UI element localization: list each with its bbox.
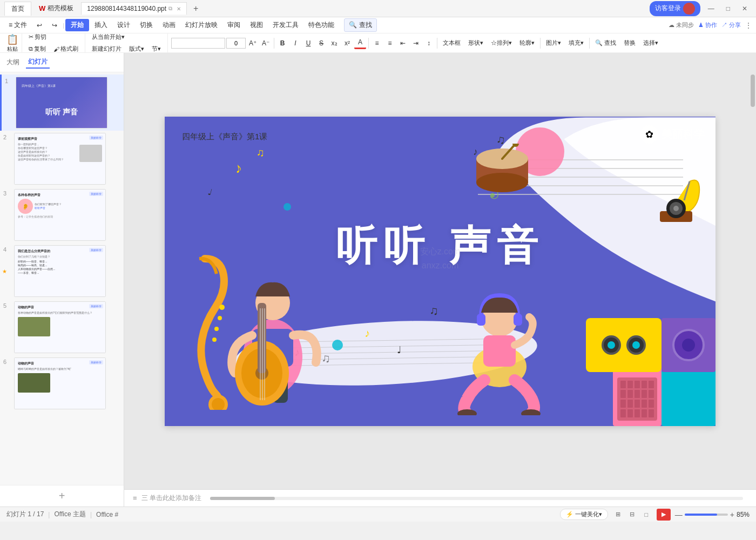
slide-thumb-5: 美丽科学 动物的声音 各种动物的声音是如何发出的?它们能听到的声音范围是什么？ xyxy=(14,301,106,353)
menu-slideshow[interactable]: 幻灯片放映 xyxy=(181,19,222,31)
select-button[interactable]: 选择▾ xyxy=(640,37,662,49)
font-size-input[interactable] xyxy=(226,38,246,49)
from-current-button[interactable]: 从当前开始▾ xyxy=(89,33,164,43)
course-label[interactable]: 四年级上《声音》第1课 xyxy=(182,132,267,142)
decrease-font-button[interactable]: A⁻ xyxy=(260,37,272,49)
menu-view[interactable]: 视图 xyxy=(246,19,267,31)
picture-button[interactable]: 图片▾ xyxy=(543,37,564,49)
paste-button[interactable]: 粘贴 xyxy=(7,45,18,53)
slide-sorter-button[interactable]: ⊟ xyxy=(626,509,638,521)
tab-file[interactable]: 1298808144348119040.ppt ⧉ ✕ xyxy=(81,2,187,15)
new-slide-button[interactable]: 新建幻灯片 xyxy=(89,43,125,53)
slide-thumb-4: 美丽科学 我们是怎么分类声音的 你们分到了几组？分别是？ 好听的——悦音、噪音.… xyxy=(14,245,106,297)
slide-thumb-3: 美丽科学 各种各样的声音 👂 你们听到了哪些声音？ 听听声音 参考：让学生描述他… xyxy=(14,189,106,241)
find-button[interactable]: 🔍 查找 xyxy=(592,37,619,49)
tab-slides[interactable]: 幻灯片 xyxy=(26,56,50,69)
zoom-area: — + 85% xyxy=(675,510,750,519)
font-name-input[interactable] xyxy=(171,38,225,49)
reading-view-button[interactable]: □ xyxy=(640,509,652,521)
music-note-7: ♪ xyxy=(364,327,370,340)
underline-button[interactable]: U xyxy=(302,37,314,49)
zoom-minus-button[interactable]: — xyxy=(675,510,683,519)
menu-special[interactable]: 特色功能 xyxy=(304,19,339,31)
copy-button[interactable]: ⧉ 复制 xyxy=(25,43,49,53)
minimize-button[interactable]: — xyxy=(704,3,719,15)
svg-rect-38 xyxy=(514,314,522,326)
list-unordered-button[interactable]: ≡ xyxy=(371,37,383,49)
slide-item-2[interactable]: 2 美丽科学 课前观察声音 你一想到的声音， 你在哪里听到这些声音？ 这些声音是… xyxy=(0,131,124,187)
slide-item-5[interactable]: 5 美丽科学 动物的声音 各种动物的声音是如何发出的?它们能听到的声音范围是什么… xyxy=(0,299,124,355)
menu-review[interactable]: 审阅 xyxy=(223,19,245,31)
line-spacing-button[interactable]: ↕ xyxy=(423,37,435,49)
tab-home[interactable]: 首页 xyxy=(4,2,31,16)
indent-right-button[interactable]: ⇥ xyxy=(410,37,422,49)
close-button[interactable]: ✕ xyxy=(738,3,752,15)
menu-undo[interactable]: ↩ xyxy=(32,20,46,31)
italic-button[interactable]: I xyxy=(289,37,301,49)
slide-num-1: 1 xyxy=(5,77,12,129)
tab-close-icon[interactable]: ✕ xyxy=(177,6,181,12)
bold-button[interactable]: B xyxy=(276,37,288,49)
tab-restore-icon[interactable]: ⧉ xyxy=(168,5,172,12)
share-button[interactable]: ↗ 分享 xyxy=(721,21,741,29)
tab-outline[interactable]: 大纲 xyxy=(4,57,22,68)
slide-canvas[interactable]: 𝄞 四年级上《声音》第1课 ✿ 美丽科学 xyxy=(165,117,716,426)
menu-developer[interactable]: 开发工具 xyxy=(268,19,303,31)
outline-button[interactable]: 轮廓▾ xyxy=(516,37,538,49)
add-tab-button[interactable]: + xyxy=(189,2,202,16)
sync-button[interactable]: ☁ 未同步 xyxy=(669,21,694,29)
slide-item-3[interactable]: 3 美丽科学 各种各样的声音 👂 你们听到了哪些声音？ 听听声音 参考：让学生描… xyxy=(0,187,124,243)
main-title[interactable]: 听听 声音 xyxy=(336,219,544,274)
add-slide-button[interactable]: + xyxy=(0,485,124,507)
format-painter-button[interactable]: 🖌 格式刷 xyxy=(50,43,82,53)
superscript-button[interactable]: x² xyxy=(341,37,353,49)
menu-design[interactable]: 设计 xyxy=(113,19,134,31)
indent-left-button[interactable]: ⇤ xyxy=(397,37,409,49)
more-button[interactable]: ⋮ xyxy=(745,22,752,29)
slide5-image xyxy=(18,317,50,336)
subscript-button[interactable]: x₂ xyxy=(328,37,340,49)
menu-redo[interactable]: ↪ xyxy=(48,20,62,31)
vertical-scrollbar[interactable] xyxy=(750,53,756,489)
main-area: 大纲 幻灯片 1 美丽科学 听听 声音 四年级上《声音》第1课 2 xyxy=(0,53,756,507)
tab-template[interactable]: W 稻壳模板 xyxy=(33,2,79,15)
section-button[interactable]: 节▾ xyxy=(148,43,164,53)
menu-insert[interactable]: 插入 xyxy=(90,19,112,31)
zoom-plus-button[interactable]: + xyxy=(730,510,734,519)
cut-button[interactable]: ✂ 剪切 xyxy=(25,33,82,43)
slide-item-6[interactable]: 6 美丽科学 动物的声音 蟋蟀与蚌蝉的声音是如何发出的？被称为"鸣" xyxy=(0,355,124,411)
slide-item-4[interactable]: 4 ★ 美丽科学 我们是怎么分类声音的 你们分到了几组？分别是？ 好听的——悦音… xyxy=(0,243,124,299)
list-ordered-button[interactable]: ≡ xyxy=(384,37,396,49)
text-box-button[interactable]: 文本框 xyxy=(440,37,464,49)
slide5-badge: 美丽科学 xyxy=(89,304,103,308)
fill-button[interactable]: 填充▾ xyxy=(565,37,587,49)
normal-view-button[interactable]: ⊞ xyxy=(612,509,624,521)
menu-file[interactable]: ≡ 文件 xyxy=(4,19,31,31)
menu-transition[interactable]: 切换 xyxy=(136,19,157,31)
status-left: 幻灯片 1 / 17 | Office 主题 | Office # xyxy=(6,510,118,519)
paste-group: 📋 粘贴 xyxy=(3,33,22,53)
shape-button[interactable]: 形状▾ xyxy=(465,37,487,49)
menu-search[interactable]: 🔍 查找 xyxy=(344,18,376,32)
notes-placeholder[interactable]: 三 单击此处添加备注 xyxy=(141,494,201,503)
visitor-login-button[interactable]: 访客登录 xyxy=(650,1,700,16)
beauty-button[interactable]: ⚡ 一键美化▾ xyxy=(560,509,608,520)
restore-button[interactable]: □ xyxy=(722,3,734,15)
slide-canvas-area[interactable]: 𝄞 四年级上《声音》第1课 ✿ 美丽科学 xyxy=(124,53,756,489)
replace-button[interactable]: 替换 xyxy=(620,37,639,49)
menu-start[interactable]: 开始 xyxy=(65,19,89,31)
slide3-content: 你们听到了哪些声音？ 听听声音 xyxy=(35,202,62,210)
play-button[interactable]: ▶ xyxy=(657,509,671,521)
slide-item-1[interactable]: 1 美丽科学 听听 声音 四年级上《声音》第1课 xyxy=(0,75,124,131)
increase-font-button[interactable]: A⁺ xyxy=(247,37,259,49)
drum-illustration xyxy=(473,144,532,192)
zoom-slider[interactable] xyxy=(685,514,728,516)
svg-rect-39 xyxy=(483,335,516,367)
strikethrough-button[interactable]: S xyxy=(315,37,327,49)
slide4-title: 我们是怎么分类声音的 xyxy=(18,249,50,254)
menu-animation[interactable]: 动画 xyxy=(158,19,180,31)
font-color-button[interactable]: A xyxy=(354,37,366,49)
layout-button[interactable]: 版式▾ xyxy=(126,43,147,53)
arrange-button[interactable]: ☆排列▾ xyxy=(488,37,515,49)
collab-button[interactable]: ♟ 协作 xyxy=(698,21,717,29)
